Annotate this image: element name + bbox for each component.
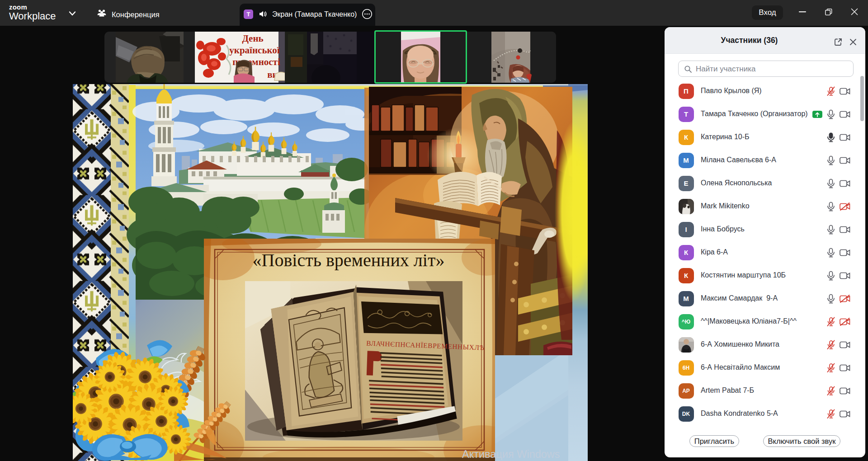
svg-text:День: День (242, 33, 263, 44)
svg-text:«Повість временних літ»: «Повість временних літ» (253, 250, 445, 270)
svg-text:Активация Windows: Активация Windows (462, 448, 560, 460)
svg-text:української: української (229, 45, 279, 56)
